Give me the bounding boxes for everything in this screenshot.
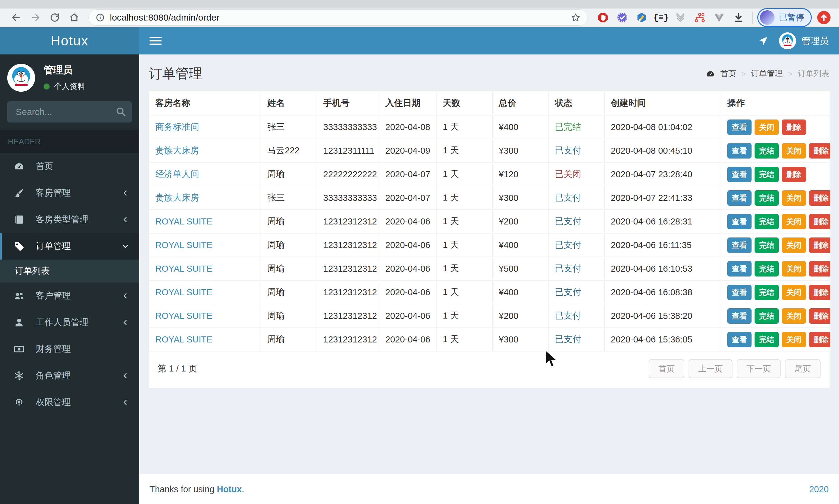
delete-button[interactable]: 删除	[809, 237, 831, 253]
room-name-link[interactable]: 贵族大床房	[155, 193, 199, 202]
view-button[interactable]: 查看	[727, 143, 751, 159]
finish-button[interactable]: 完结	[754, 285, 779, 300]
sidebar-item-3[interactable]: 订单管理	[0, 233, 139, 259]
picker-icon[interactable]	[636, 12, 648, 23]
search-input[interactable]	[7, 101, 132, 123]
vue-icon[interactable]	[713, 12, 725, 23]
sidebar-item-label: 订单管理	[36, 240, 71, 252]
view-button[interactable]: 查看	[727, 332, 751, 347]
browser-toolbar: localhost:8080/admin/order {≡} 已暂停	[0, 8, 839, 27]
view-button[interactable]: 查看	[727, 308, 751, 324]
delete-button[interactable]: 删除	[809, 285, 831, 300]
pager-last-button[interactable]: 尾页	[785, 359, 821, 378]
search-icon[interactable]	[115, 106, 126, 118]
send-icon[interactable]	[758, 35, 769, 46]
footer-brand-link[interactable]: Hotux	[217, 484, 242, 494]
url-text[interactable]: localhost:8080/admin/order	[110, 13, 567, 23]
delete-button[interactable]: 删除	[809, 214, 831, 229]
forward-icon[interactable]	[27, 10, 43, 26]
breadcrumb-separator: >	[788, 70, 792, 78]
close-button[interactable]: 关闭	[782, 261, 806, 276]
close-button[interactable]: 关闭	[782, 237, 806, 253]
view-button[interactable]: 查看	[727, 214, 751, 229]
sidebar-item-6[interactable]: 工作人员管理	[0, 309, 139, 336]
sidebar-toggle-icon[interactable]	[149, 37, 162, 45]
info-icon[interactable]	[95, 13, 105, 22]
delete-button[interactable]: 删除	[782, 120, 806, 135]
orders-table: 客房名称姓名手机号入住日期天数总价状态创建时间操作 商务标准间张三3333333…	[149, 91, 831, 352]
room-name-link[interactable]: ROYAL SUITE	[155, 287, 213, 297]
pager-first-button[interactable]: 首页	[649, 359, 684, 378]
user-menu[interactable]: 管理员	[779, 32, 829, 49]
delete-button[interactable]: 删除	[809, 261, 831, 276]
finish-button[interactable]: 完结	[754, 308, 779, 324]
brand-logo[interactable]: Hotux	[0, 27, 139, 54]
download-icon[interactable]	[732, 12, 745, 23]
adblock-icon[interactable]	[597, 12, 609, 23]
close-button[interactable]: 关闭	[782, 332, 806, 347]
created-time-cell: 2020-04-06 15:38:20	[604, 304, 721, 328]
sidebar-item-2[interactable]: 客房类型管理	[0, 206, 139, 233]
dashboard-icon	[706, 69, 715, 78]
delete-button[interactable]: 删除	[809, 332, 831, 347]
room-name-link[interactable]: 经济单人间	[155, 169, 199, 179]
finish-button[interactable]: 完结	[754, 261, 779, 276]
view-button[interactable]: 查看	[727, 167, 751, 182]
sidebar-item-8[interactable]: 角色管理	[0, 362, 139, 389]
delete-button[interactable]: 删除	[809, 190, 831, 206]
column-header: 入住日期	[379, 91, 436, 115]
view-button[interactable]: 查看	[727, 261, 751, 276]
reload-icon[interactable]	[47, 10, 63, 26]
sitemap-icon[interactable]	[694, 12, 706, 23]
bookmark-star-icon[interactable]	[571, 13, 581, 23]
close-button[interactable]: 关闭	[782, 190, 806, 206]
updater-icon[interactable]	[817, 10, 831, 25]
view-button[interactable]: 查看	[727, 285, 751, 300]
finish-button[interactable]: 完结	[754, 332, 779, 347]
sidebar-item-7[interactable]: 财务管理	[0, 336, 139, 362]
json-viewer-icon[interactable]: {≡}	[655, 12, 667, 23]
address-bar[interactable]: localhost:8080/admin/order	[88, 10, 588, 26]
close-button[interactable]: 关闭	[782, 308, 806, 324]
back-icon[interactable]	[8, 10, 24, 26]
browser-profile-button[interactable]: 已暂停	[757, 8, 812, 27]
finish-button[interactable]: 完结	[754, 143, 779, 159]
room-name-link[interactable]: ROYAL SUITE	[155, 264, 213, 273]
screen: { "browser": { "url": "localhost:8080/ad…	[0, 0, 839, 504]
privacy-check-icon[interactable]	[616, 12, 628, 23]
sidebar-item-0[interactable]: 首页	[0, 153, 139, 180]
pager-prev-button[interactable]: 上一页	[689, 359, 732, 378]
view-button[interactable]: 查看	[727, 120, 751, 135]
delete-button[interactable]: 删除	[809, 143, 831, 159]
delete-button[interactable]: 删除	[809, 308, 831, 324]
sidebar-item-5[interactable]: 客户管理	[0, 283, 139, 309]
view-button[interactable]: 查看	[727, 237, 751, 253]
sidebar-item-9[interactable]: 权限管理	[0, 389, 139, 416]
finish-button[interactable]: 完结	[754, 167, 779, 182]
created-time-cell: 2020-04-08 00:45:10	[604, 139, 721, 162]
finish-button[interactable]: 完结	[754, 214, 779, 229]
pager-next-button[interactable]: 下一页	[737, 359, 781, 378]
close-button[interactable]: 关闭	[754, 120, 779, 135]
room-name-link[interactable]: ROYAL SUITE	[155, 335, 213, 344]
chevrons-down-icon[interactable]	[674, 12, 686, 23]
close-button[interactable]: 关闭	[782, 285, 806, 300]
sidebar-item-1[interactable]: 客房管理	[0, 180, 139, 206]
finish-button[interactable]: 完结	[754, 237, 779, 253]
delete-button[interactable]: 删除	[782, 167, 806, 182]
breadcrumb-item-0[interactable]: 首页	[720, 68, 736, 79]
view-button[interactable]: 查看	[727, 190, 751, 206]
sidebar-subitem-4[interactable]: 订单列表	[0, 259, 139, 283]
room-name-link[interactable]: ROYAL SUITE	[155, 240, 213, 250]
sidebar-profile-link[interactable]: 个人资料	[43, 81, 85, 92]
home-icon[interactable]	[66, 10, 82, 26]
close-button[interactable]: 关闭	[782, 214, 806, 229]
room-name-link[interactable]: 贵族大床房	[155, 145, 199, 155]
room-name-link[interactable]: ROYAL SUITE	[155, 217, 213, 226]
room-name-link[interactable]: ROYAL SUITE	[155, 311, 213, 321]
phone-cell: 12312312312	[317, 304, 379, 328]
room-name-link[interactable]: 商务标准间	[155, 122, 199, 131]
finish-button[interactable]: 完结	[754, 190, 779, 206]
breadcrumb-item-1[interactable]: 订单管理	[751, 68, 783, 79]
close-button[interactable]: 关闭	[782, 143, 806, 159]
